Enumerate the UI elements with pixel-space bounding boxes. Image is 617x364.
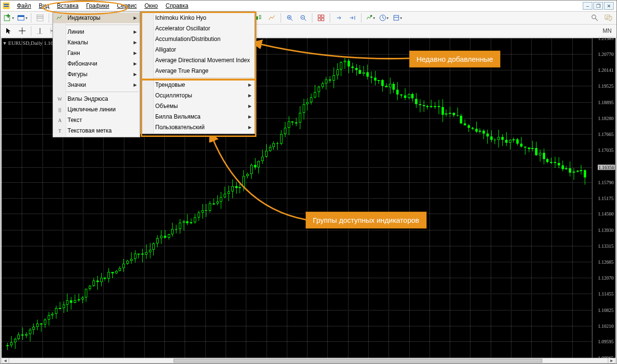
menubar: Файл Вид Вставка Графики Сервис Окно Спр… (0, 0, 617, 12)
dd-Текст[interactable]: AТекст (53, 115, 140, 125)
periods-tb-icon[interactable]: ▾ (377, 12, 390, 24)
y-tick: 1.17035 (598, 148, 614, 153)
recent-Alligator[interactable]: Alligator (141, 44, 255, 55)
dd-Значки[interactable]: Значки▶ (53, 80, 140, 90)
y-tick: 1.09595 (598, 339, 614, 344)
cursor-tool[interactable] (2, 25, 15, 37)
group-Объемы[interactable]: Объемы▶ (141, 101, 255, 111)
svg-point-21 (370, 15, 372, 17)
svg-rect-1 (4, 4, 9, 5)
group-Трендовые[interactable]: Трендовые▶ (141, 80, 255, 90)
indicators-icon (56, 14, 64, 22)
svg-rect-10 (37, 18, 43, 18)
recent-Accumulation/Distribution[interactable]: Accumulation/Distribution (141, 34, 255, 44)
svg-point-24 (592, 15, 596, 19)
close-button[interactable]: ✕ (604, 2, 614, 10)
zoom-in-icon[interactable] (283, 12, 296, 24)
svg-rect-19 (318, 18, 321, 21)
insert-dropdown: Индикаторы▶ Линии▶Каналы▶Ганн▶Фибоначчи▶… (53, 11, 140, 137)
y-tick: 1.18895 (598, 99, 614, 105)
tool-icon: ||| (56, 106, 64, 113)
dd-indicators[interactable]: Индикаторы▶ (53, 13, 140, 23)
chevron-right-icon: ▶ (248, 125, 252, 130)
chat-icon[interactable] (602, 12, 615, 24)
chevron-right-icon: ▶ (134, 72, 137, 77)
vline-tool[interactable] (34, 25, 46, 37)
crosshair-tool[interactable] (16, 25, 28, 37)
svg-rect-13 (256, 16, 258, 20)
svg-rect-5 (6, 15, 10, 16)
templates-tb-icon[interactable]: ▾ (391, 12, 403, 24)
chevron-right-icon: ▶ (134, 40, 137, 45)
scroll-left-arrow[interactable]: ◄ (2, 358, 9, 363)
line-chart-icon[interactable] (266, 12, 278, 24)
chevron-right-icon: ▶ (134, 15, 137, 20)
dd-Вилы Эндрюса[interactable]: WВилы Эндрюса (53, 94, 140, 104)
svg-rect-20 (322, 18, 324, 21)
menu-file[interactable]: Файл (13, 1, 35, 10)
tool-icon: T (56, 127, 64, 135)
svg-rect-2 (4, 6, 9, 7)
recent-Average-Directional-Movement-Index[interactable]: Average Directional Movement Index (141, 55, 255, 66)
maximize-button[interactable]: ❐ (593, 2, 603, 10)
y-tick: 1.12070 (598, 275, 614, 281)
tool-icon: W (56, 95, 64, 103)
recent-Ichimoku-Kinko-Hyo[interactable]: Ichimoku Kinko Hyo (141, 13, 255, 23)
shift-chart-icon[interactable] (333, 12, 345, 24)
scroll-thumb[interactable] (174, 359, 542, 363)
scroll-right-arrow[interactable]: ► (608, 358, 615, 363)
menu-view[interactable]: Вид (35, 1, 54, 10)
menu-insert[interactable]: Вставка (53, 1, 82, 10)
zoom-out-icon[interactable] (297, 12, 309, 24)
dd-Ганн[interactable]: Ганн▶ (53, 48, 140, 58)
chart-title: ▾EURUSD,Daily 1.16 (3, 40, 53, 46)
y-tick: 1.11455 (598, 291, 614, 297)
group-Осцилляторы[interactable]: Осцилляторы▶ (141, 90, 255, 101)
y-tick: 1.20770 (598, 51, 614, 56)
dd-Фигуры[interactable]: Фигуры▶ (53, 69, 140, 80)
window-controls: – ❐ ✕ (583, 2, 614, 10)
menu-help[interactable]: Справка (162, 1, 192, 10)
dd-Линии[interactable]: Линии▶ (53, 27, 140, 37)
group-Пользовательский[interactable]: Пользовательский▶ (141, 122, 255, 133)
chevron-right-icon: ▶ (134, 82, 137, 87)
y-tick: 1.18280 (598, 115, 614, 121)
menu-charts[interactable]: Графики (82, 1, 113, 10)
y-axis: 1.213851.207701.201411.195251.188951.182… (592, 38, 616, 358)
search-icon[interactable] (589, 12, 601, 24)
y-tick: 1.15175 (598, 195, 614, 201)
dd-Фибоначчи[interactable]: Фибоначчи▶ (53, 58, 140, 69)
svg-rect-7 (18, 15, 24, 17)
menu-window[interactable]: Окно (141, 1, 162, 10)
menu-service[interactable]: Сервис (113, 1, 141, 10)
dd-Каналы[interactable]: Каналы▶ (53, 37, 140, 48)
auto-scroll-icon[interactable] (346, 12, 359, 24)
group-Билла Вильямса[interactable]: Билла Вильямса▶ (141, 111, 255, 122)
recent-Accelerator-Oscillator[interactable]: Accelerator Oscillator (141, 23, 255, 34)
chevron-right-icon: ▶ (134, 29, 137, 34)
svg-rect-23 (394, 15, 399, 20)
chevron-right-icon: ▶ (248, 114, 252, 119)
y-tick: 1.21385 (598, 36, 614, 41)
callout-groups: Группы доступных индикаторов (306, 212, 427, 229)
y-tick: 1.15790 (598, 179, 614, 185)
svg-rect-17 (318, 15, 321, 17)
market-watch-button[interactable] (34, 12, 46, 24)
dd-Текстовая метка[interactable]: TТекстовая метка (53, 125, 140, 136)
indicators-tb-icon[interactable]: ▾ (364, 12, 376, 24)
minimize-button[interactable]: – (583, 2, 592, 10)
chevron-right-icon: ▶ (134, 51, 137, 55)
y-tick: 1.20141 (598, 67, 614, 73)
horizontal-scrollbar[interactable]: ◄ ► (1, 358, 616, 364)
profiles-button[interactable]: ▾ (16, 12, 28, 24)
y-tick: 1.14560 (598, 211, 614, 216)
svg-rect-18 (322, 15, 324, 17)
dd-Цикличные линии[interactable]: |||Цикличные линии (53, 104, 140, 115)
new-chart-button[interactable]: ▾ (2, 12, 15, 24)
timeframe-mn[interactable]: MN (600, 27, 615, 34)
y-tick: 1.16356 (598, 165, 616, 170)
y-tick: 1.12685 (598, 259, 614, 265)
recent-Average-True-Range[interactable]: Average True Range (141, 66, 255, 76)
tile-windows-icon[interactable] (315, 12, 327, 24)
indicators-dropdown: Ichimoku Kinko HyoAccelerator Oscillator… (140, 11, 255, 134)
